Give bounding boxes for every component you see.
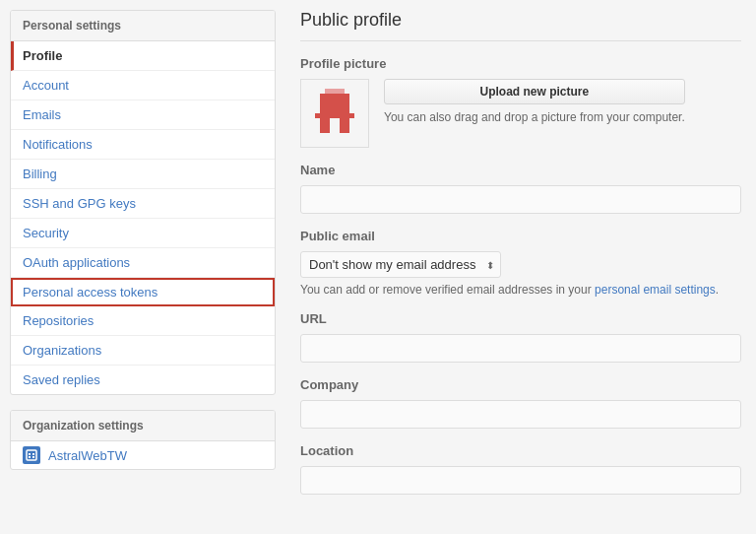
profile-picture-label: Profile picture xyxy=(300,56,741,71)
org-settings-title: Organization settings xyxy=(11,411,275,441)
email-help-text: You can add or remove verified email add… xyxy=(300,283,741,297)
company-label: Company xyxy=(300,377,741,392)
public-email-label: Public email xyxy=(300,229,741,243)
sidebar-item-account[interactable]: Account xyxy=(11,71,275,100)
svg-rect-8 xyxy=(320,103,349,108)
sidebar-item-profile[interactable]: Profile xyxy=(11,41,275,71)
pat-wrapper: ➤ Personal access tokens xyxy=(11,278,275,306)
url-group: URL xyxy=(300,311,741,363)
location-input[interactable] xyxy=(300,466,741,495)
svg-rect-0 xyxy=(27,450,36,460)
org-item[interactable]: AstralWebTW xyxy=(11,441,275,469)
company-group: Company xyxy=(300,377,741,429)
svg-rect-1 xyxy=(29,453,31,455)
sidebar-item-saved-replies[interactable]: Saved replies xyxy=(11,366,275,394)
svg-rect-11 xyxy=(320,118,330,123)
org-settings-section: Organization settings AstralWebTW xyxy=(10,410,276,470)
svg-rect-14 xyxy=(340,123,349,128)
name-group: Name xyxy=(300,163,741,214)
sidebar-item-billing[interactable]: Billing xyxy=(11,160,275,189)
name-label: Name xyxy=(300,163,741,177)
upload-hint: You can also drag and drop a picture fro… xyxy=(384,110,685,124)
url-input[interactable] xyxy=(300,334,741,363)
url-label: URL xyxy=(300,311,741,326)
page-title: Public profile xyxy=(300,10,741,41)
svg-rect-16 xyxy=(340,128,349,133)
svg-rect-3 xyxy=(29,456,31,458)
personal-settings-section: Personal settings Profile Account Emails… xyxy=(10,10,276,395)
svg-rect-7 xyxy=(320,99,349,103)
upload-picture-button[interactable]: Upload new picture xyxy=(384,79,685,104)
profile-picture-group: Profile picture xyxy=(300,56,741,148)
email-select-wrapper: Don't show my email address ⬍ xyxy=(300,251,501,278)
personal-email-settings-link[interactable]: personal email settings xyxy=(595,283,716,297)
location-label: Location xyxy=(300,443,741,458)
svg-rect-2 xyxy=(32,453,34,455)
sidebar-item-security[interactable]: Security xyxy=(11,219,275,248)
email-group: Public email Don't show my email address… xyxy=(300,229,741,297)
sidebar-item-ssh-gpg[interactable]: SSH and GPG keys xyxy=(11,189,275,219)
profile-picture-area: Upload new picture You can also drag and… xyxy=(300,79,741,148)
email-select[interactable]: Don't show my email address xyxy=(300,251,501,278)
svg-rect-9 xyxy=(320,108,349,113)
personal-settings-title: Personal settings xyxy=(11,11,275,41)
sidebar: Personal settings Profile Account Emails… xyxy=(0,0,285,534)
sidebar-item-pat[interactable]: Personal access tokens xyxy=(11,278,275,306)
main-content: Public profile Profile picture xyxy=(285,0,756,534)
location-group: Location xyxy=(300,443,741,495)
avatar xyxy=(300,79,369,148)
svg-rect-12 xyxy=(340,118,349,123)
company-input[interactable] xyxy=(300,400,741,429)
name-input[interactable] xyxy=(300,185,741,214)
org-avatar xyxy=(23,446,40,464)
sidebar-item-notifications[interactable]: Notifications xyxy=(11,130,275,160)
svg-rect-13 xyxy=(320,123,330,128)
svg-rect-4 xyxy=(32,456,34,458)
org-name[interactable]: AstralWebTW xyxy=(48,448,127,463)
svg-rect-10 xyxy=(315,113,354,118)
svg-rect-5 xyxy=(325,89,345,94)
upload-area: Upload new picture You can also drag and… xyxy=(384,79,685,124)
sidebar-item-oauth[interactable]: OAuth applications xyxy=(11,248,275,278)
svg-rect-6 xyxy=(320,94,349,99)
sidebar-item-organizations[interactable]: Organizations xyxy=(11,336,275,366)
sidebar-item-emails[interactable]: Emails xyxy=(11,100,275,130)
svg-rect-15 xyxy=(320,128,330,133)
sidebar-item-repositories[interactable]: Repositories xyxy=(11,306,275,336)
